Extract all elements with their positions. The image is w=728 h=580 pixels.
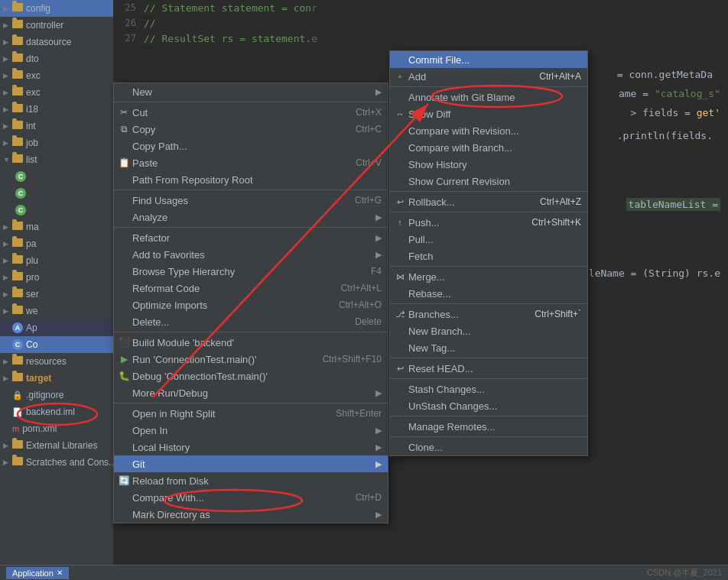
shortcut-label: F4	[356, 266, 382, 277]
tree-item-c3[interactable]: C	[0, 202, 113, 219]
tree-item-exc2[interactable]: ▶ exc	[0, 84, 113, 101]
submenu-item-rollback[interactable]: ↩ Rollback... Ctrl+Alt+Z	[390, 193, 587, 210]
tree-item-external-libs[interactable]: ▶ External Libraries	[0, 437, 113, 454]
menu-label: Delete...	[132, 316, 169, 328]
tree-item-co[interactable]: ▶ C Co	[0, 336, 113, 353]
tree-item-pro[interactable]: ▶ pro	[0, 269, 113, 286]
tree-item-target[interactable]: ▶ target	[0, 370, 113, 387]
folder-icon	[12, 20, 23, 31]
submenu-item-stash[interactable]: Stash Changes...	[390, 381, 587, 397]
submenu-item-push[interactable]: ↑ Push... Ctrl+Shift+K	[390, 214, 587, 231]
close-icon[interactable]: ✕	[57, 569, 63, 577]
tree-item-list[interactable]: ▼ list	[0, 151, 113, 168]
menu-item-paste[interactable]: 📋 Paste Ctrl+V	[114, 154, 388, 171]
tree-arrow: ▶	[3, 5, 12, 12]
tree-item-datasource[interactable]: ▶ datasource	[0, 34, 113, 50]
menu-item-browse-hierarchy[interactable]: Browse Type Hierarchy F4	[114, 263, 388, 280]
menu-label: Copy	[132, 124, 155, 135]
submenu-item-pull[interactable]: Pull...	[390, 231, 587, 248]
menu-item-refactor[interactable]: Refactor ▶	[114, 229, 388, 246]
run-icon: ▶	[119, 354, 129, 365]
menu-item-open-in[interactable]: Open In ▶	[114, 422, 388, 439]
tree-item-dto[interactable]: ▶ dto	[0, 50, 113, 67]
menu-item-path-from-root[interactable]: Path From Repository Root	[114, 171, 388, 188]
submenu-item-show-history[interactable]: Show History	[390, 156, 587, 173]
tree-arrow: ▶	[3, 358, 12, 365]
tree-item-we[interactable]: ▶ we	[0, 303, 113, 319]
menu-item-find-usages[interactable]: Find Usages Ctrl+G	[114, 192, 388, 209]
submenu-item-show-diff[interactable]: ↔ Show Diff	[390, 105, 587, 122]
tree-item-backendml[interactable]: ▶ 📄 backend.iml	[0, 403, 113, 420]
tree-item-c1[interactable]: C	[0, 168, 113, 185]
submenu-item-annotate[interactable]: Annotate with Git Blame	[390, 89, 587, 105]
submenu-label: Show Diff	[408, 109, 450, 120]
add-icon: +	[395, 72, 405, 81]
shortcut-label: Ctrl+Alt+A	[531, 71, 581, 82]
tree-label: dto	[26, 53, 39, 64]
push-icon: ↑	[395, 218, 405, 227]
menu-item-copy-path[interactable]: Copy Path...	[114, 138, 388, 154]
submenu-item-manage-remotes[interactable]: Manage Remotes...	[390, 418, 587, 435]
code-text: // Statement statement = conr	[144, 2, 317, 14]
submenu-item-clone[interactable]: Clone...	[390, 439, 587, 455]
menu-item-copy[interactable]: ⧉ Copy Ctrl+C	[114, 121, 388, 138]
tree-item-pomxml[interactable]: ▶ m pom.xml	[0, 420, 113, 437]
menu-item-optimize-imports[interactable]: Optimize Imports Ctrl+Alt+O	[114, 296, 388, 313]
badge-blue-icon: A	[12, 322, 23, 333]
tree-arrow: ▶	[3, 122, 12, 130]
menu-item-mark-directory[interactable]: Mark Directory as ▶	[114, 506, 388, 523]
menu-item-analyze[interactable]: Analyze ▶	[114, 209, 388, 225]
tree-item-int[interactable]: ▶ int	[0, 118, 113, 134]
submenu-item-fetch[interactable]: Fetch	[390, 248, 587, 264]
menu-item-add-favorites[interactable]: Add to Favorites ▶	[114, 246, 388, 263]
menu-item-local-history[interactable]: Local History ▶	[114, 439, 388, 455]
menu-item-cut[interactable]: ✂ Cut Ctrl+X	[114, 104, 388, 121]
submenu-item-add[interactable]: + Add Ctrl+Alt+A	[390, 68, 587, 85]
submenu-item-branches[interactable]: ⎇ Branches... Ctrl+Shift+`	[390, 306, 587, 322]
tree-item-controller[interactable]: ▶ controller	[0, 17, 113, 34]
menu-item-git[interactable]: Git ▶ Commit File... + Add Ctrl+Alt+A An…	[114, 455, 388, 472]
menu-item-open-right-split[interactable]: Open in Right Split Shift+Enter	[114, 405, 388, 422]
submenu-item-merge[interactable]: ⋈ Merge...	[390, 268, 587, 285]
tree-item-resources[interactable]: ▶ resources	[0, 353, 113, 370]
submenu-item-reset-head[interactable]: ↩ Reset HEAD...	[390, 360, 587, 377]
menu-item-run[interactable]: ▶ Run 'ConnectionTest.main()' Ctrl+Shift…	[114, 351, 388, 368]
folder-icon	[12, 138, 23, 148]
submenu-item-new-tag[interactable]: New Tag...	[390, 339, 587, 356]
tree-item-job[interactable]: ▶ job	[0, 134, 113, 151]
menu-item-compare-with[interactable]: Compare With... Ctrl+D	[114, 489, 388, 506]
menu-item-reload-disk[interactable]: 🔄 Reload from Disk	[114, 472, 388, 489]
submenu-item-unstash[interactable]: UnStash Changes...	[390, 397, 587, 414]
tree-item-plu[interactable]: ▶ plu	[0, 252, 113, 269]
menu-item-build-module[interactable]: ⬛ Build Module 'backend'	[114, 334, 388, 351]
tree-item-i18[interactable]: ▶ i18	[0, 101, 113, 118]
menu-label: Debug 'ConnectionTest.main()'	[132, 371, 268, 382]
menu-item-debug[interactable]: 🐛 Debug 'ConnectionTest.main()'	[114, 368, 388, 384]
menu-item-new[interactable]: New ▶	[114, 83, 388, 100]
menu-item-more-run[interactable]: More Run/Debug ▶	[114, 384, 388, 401]
submenu-item-commit-file[interactable]: Commit File...	[390, 51, 587, 68]
submenu-label: Annotate with Git Blame	[408, 92, 515, 103]
tree-item-exc1[interactable]: ▶ exc	[0, 67, 113, 84]
menu-item-reformat[interactable]: Reformat Code Ctrl+Alt+L	[114, 280, 388, 296]
tree-item-ser[interactable]: ▶ ser	[0, 286, 113, 303]
tree-item-ma[interactable]: ▶ ma	[0, 219, 113, 235]
tree-item-gitignore[interactable]: ▶ 🔒 .gitignore	[0, 387, 113, 403]
submenu-item-show-current-revision[interactable]: Show Current Revision	[390, 173, 587, 190]
tree-item-scratches[interactable]: ▶ Scratches and Cons...	[0, 454, 113, 471]
tree-item-pa[interactable]: ▶ pa	[0, 235, 113, 252]
submenu-arrow-icon: ▶	[375, 250, 382, 260]
tree-item-c2[interactable]: C	[0, 185, 113, 202]
folder-icon	[12, 37, 23, 47]
submenu-item-compare-revision[interactable]: Compare with Revision...	[390, 122, 587, 139]
app-tab[interactable]: Application ✕	[6, 567, 69, 579]
tree-item-ap[interactable]: ▶ A Ap	[0, 319, 113, 336]
submenu-item-rebase[interactable]: Rebase...	[390, 285, 587, 302]
menu-label: More Run/Debug	[132, 387, 208, 399]
submenu-item-compare-branch[interactable]: Compare with Branch...	[390, 139, 587, 156]
menu-separator	[114, 190, 388, 190]
submenu-item-new-branch[interactable]: New Branch...	[390, 322, 587, 339]
tree-label: we	[26, 306, 37, 316]
menu-item-delete[interactable]: Delete... Delete	[114, 313, 388, 330]
tree-item-config[interactable]: ▶ config	[0, 0, 113, 17]
